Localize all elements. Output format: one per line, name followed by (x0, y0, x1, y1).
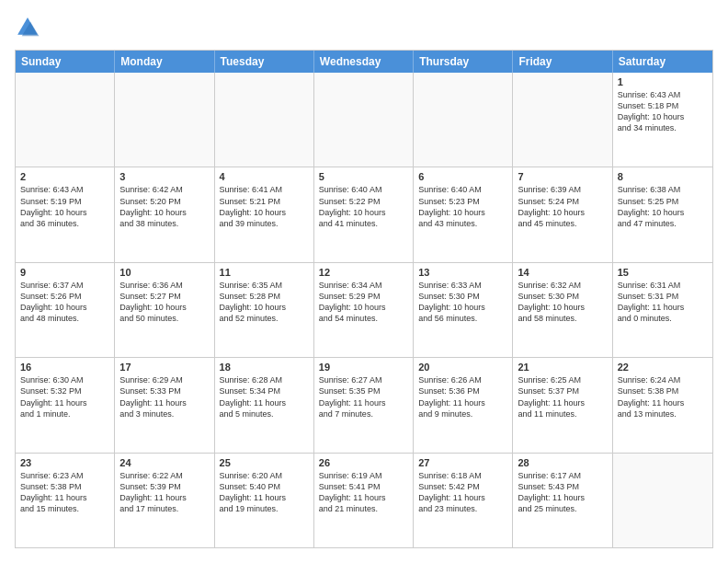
logo-icon (15, 15, 40, 40)
calendar-cell: 6Sunrise: 6:40 AM Sunset: 5:23 PM Daylig… (414, 167, 513, 261)
calendar-cell: 10Sunrise: 6:36 AM Sunset: 5:27 PM Dayli… (115, 263, 214, 357)
day-number: 22 (618, 362, 708, 373)
day-info: Sunrise: 6:34 AM Sunset: 5:29 PM Dayligh… (319, 280, 408, 325)
day-number: 2 (20, 171, 109, 182)
calendar-header-day: Sunday (16, 51, 115, 73)
calendar-cell: 8Sunrise: 6:38 AM Sunset: 5:25 PM Daylig… (613, 167, 712, 261)
day-info: Sunrise: 6:40 AM Sunset: 5:22 PM Dayligh… (319, 184, 408, 229)
calendar-cell: 25Sunrise: 6:20 AM Sunset: 5:40 PM Dayli… (215, 454, 314, 547)
day-number: 5 (319, 171, 408, 182)
day-info: Sunrise: 6:43 AM Sunset: 5:18 PM Dayligh… (618, 89, 708, 134)
calendar-cell: 19Sunrise: 6:27 AM Sunset: 5:35 PM Dayli… (314, 358, 414, 452)
calendar-cell: 16Sunrise: 6:30 AM Sunset: 5:32 PM Dayli… (16, 358, 115, 452)
day-info: Sunrise: 6:39 AM Sunset: 5:24 PM Dayligh… (518, 184, 607, 229)
day-info: Sunrise: 6:27 AM Sunset: 5:35 PM Dayligh… (319, 374, 408, 419)
day-number: 27 (418, 457, 507, 468)
day-info: Sunrise: 6:40 AM Sunset: 5:23 PM Dayligh… (418, 184, 507, 229)
calendar-header-day: Monday (115, 51, 214, 73)
calendar-cell: 20Sunrise: 6:26 AM Sunset: 5:36 PM Dayli… (414, 358, 513, 452)
day-info: Sunrise: 6:28 AM Sunset: 5:34 PM Dayligh… (220, 374, 309, 419)
calendar-cell: 7Sunrise: 6:39 AM Sunset: 5:24 PM Daylig… (513, 167, 612, 261)
calendar-cell: 12Sunrise: 6:34 AM Sunset: 5:29 PM Dayli… (314, 263, 414, 357)
day-info: Sunrise: 6:37 AM Sunset: 5:26 PM Dayligh… (20, 280, 109, 325)
calendar-cell: 27Sunrise: 6:18 AM Sunset: 5:42 PM Dayli… (414, 454, 513, 547)
day-number: 13 (418, 267, 507, 278)
calendar-cell: 26Sunrise: 6:19 AM Sunset: 5:41 PM Dayli… (314, 454, 414, 547)
day-info: Sunrise: 6:23 AM Sunset: 5:38 PM Dayligh… (20, 470, 109, 515)
calendar-cell: 28Sunrise: 6:17 AM Sunset: 5:43 PM Dayli… (513, 454, 612, 547)
calendar-header-day: Wednesday (314, 51, 414, 73)
day-info: Sunrise: 6:33 AM Sunset: 5:30 PM Dayligh… (418, 280, 507, 325)
calendar-cell (215, 73, 314, 167)
day-number: 3 (119, 171, 209, 182)
calendar-body: 1Sunrise: 6:43 AM Sunset: 5:18 PM Daylig… (16, 73, 712, 547)
day-info: Sunrise: 6:26 AM Sunset: 5:36 PM Dayligh… (418, 374, 507, 419)
day-info: Sunrise: 6:31 AM Sunset: 5:31 PM Dayligh… (618, 280, 708, 325)
day-info: Sunrise: 6:41 AM Sunset: 5:21 PM Dayligh… (220, 184, 309, 229)
day-number: 28 (518, 457, 607, 468)
calendar-week: 9Sunrise: 6:37 AM Sunset: 5:26 PM Daylig… (16, 263, 712, 358)
calendar-cell (513, 73, 612, 167)
day-number: 16 (20, 362, 109, 373)
calendar-week: 16Sunrise: 6:30 AM Sunset: 5:32 PM Dayli… (16, 358, 712, 453)
day-number: 6 (418, 171, 507, 182)
calendar-week: 1Sunrise: 6:43 AM Sunset: 5:18 PM Daylig… (16, 73, 712, 167)
day-number: 8 (618, 171, 708, 182)
day-number: 12 (319, 267, 408, 278)
day-number: 21 (518, 362, 607, 373)
calendar-cell (414, 73, 513, 167)
calendar-cell: 24Sunrise: 6:22 AM Sunset: 5:39 PM Dayli… (115, 454, 214, 547)
day-number: 1 (618, 76, 708, 87)
calendar-week: 23Sunrise: 6:23 AM Sunset: 5:38 PM Dayli… (16, 454, 712, 547)
day-info: Sunrise: 6:18 AM Sunset: 5:42 PM Dayligh… (418, 470, 507, 515)
day-info: Sunrise: 6:17 AM Sunset: 5:43 PM Dayligh… (518, 470, 607, 515)
calendar-cell: 23Sunrise: 6:23 AM Sunset: 5:38 PM Dayli… (16, 454, 115, 547)
day-number: 18 (220, 362, 309, 373)
day-number: 9 (20, 267, 109, 278)
day-number: 19 (319, 362, 408, 373)
calendar-cell: 4Sunrise: 6:41 AM Sunset: 5:21 PM Daylig… (215, 167, 314, 261)
calendar-cell: 17Sunrise: 6:29 AM Sunset: 5:33 PM Dayli… (115, 358, 214, 452)
day-number: 11 (220, 267, 309, 278)
day-info: Sunrise: 6:20 AM Sunset: 5:40 PM Dayligh… (220, 470, 309, 515)
day-info: Sunrise: 6:22 AM Sunset: 5:39 PM Dayligh… (119, 470, 209, 515)
calendar-header-day: Friday (513, 51, 612, 73)
day-info: Sunrise: 6:24 AM Sunset: 5:38 PM Dayligh… (618, 374, 708, 419)
day-number: 25 (220, 457, 309, 468)
calendar-header: SundayMondayTuesdayWednesdayThursdayFrid… (16, 51, 712, 73)
calendar-cell: 1Sunrise: 6:43 AM Sunset: 5:18 PM Daylig… (613, 73, 712, 167)
calendar-cell: 5Sunrise: 6:40 AM Sunset: 5:22 PM Daylig… (314, 167, 414, 261)
day-info: Sunrise: 6:35 AM Sunset: 5:28 PM Dayligh… (220, 280, 309, 325)
day-number: 17 (119, 362, 209, 373)
logo (15, 15, 44, 40)
calendar-cell: 11Sunrise: 6:35 AM Sunset: 5:28 PM Dayli… (215, 263, 314, 357)
day-number: 14 (518, 267, 607, 278)
day-info: Sunrise: 6:43 AM Sunset: 5:19 PM Dayligh… (20, 184, 109, 229)
calendar-cell (115, 73, 214, 167)
calendar-cell: 14Sunrise: 6:32 AM Sunset: 5:30 PM Dayli… (513, 263, 612, 357)
calendar-cell: 9Sunrise: 6:37 AM Sunset: 5:26 PM Daylig… (16, 263, 115, 357)
calendar: SundayMondayTuesdayWednesdayThursdayFrid… (15, 50, 713, 548)
day-info: Sunrise: 6:29 AM Sunset: 5:33 PM Dayligh… (119, 374, 209, 419)
day-info: Sunrise: 6:30 AM Sunset: 5:32 PM Dayligh… (20, 374, 109, 419)
calendar-header-day: Saturday (613, 51, 712, 73)
day-number: 4 (220, 171, 309, 182)
calendar-cell (314, 73, 414, 167)
calendar-week: 2Sunrise: 6:43 AM Sunset: 5:19 PM Daylig… (16, 167, 712, 262)
calendar-cell: 2Sunrise: 6:43 AM Sunset: 5:19 PM Daylig… (16, 167, 115, 261)
day-number: 23 (20, 457, 109, 468)
day-info: Sunrise: 6:36 AM Sunset: 5:27 PM Dayligh… (119, 280, 209, 325)
day-number: 20 (418, 362, 507, 373)
day-number: 10 (119, 267, 209, 278)
calendar-header-day: Tuesday (215, 51, 314, 73)
day-number: 7 (518, 171, 607, 182)
header (15, 15, 713, 40)
calendar-cell: 21Sunrise: 6:25 AM Sunset: 5:37 PM Dayli… (513, 358, 612, 452)
calendar-header-day: Thursday (414, 51, 513, 73)
calendar-cell: 18Sunrise: 6:28 AM Sunset: 5:34 PM Dayli… (215, 358, 314, 452)
day-info: Sunrise: 6:25 AM Sunset: 5:37 PM Dayligh… (518, 374, 607, 419)
calendar-cell (613, 454, 712, 547)
calendar-cell: 22Sunrise: 6:24 AM Sunset: 5:38 PM Dayli… (613, 358, 712, 452)
page: SundayMondayTuesdayWednesdayThursdayFrid… (0, 0, 728, 563)
day-number: 26 (319, 457, 408, 468)
